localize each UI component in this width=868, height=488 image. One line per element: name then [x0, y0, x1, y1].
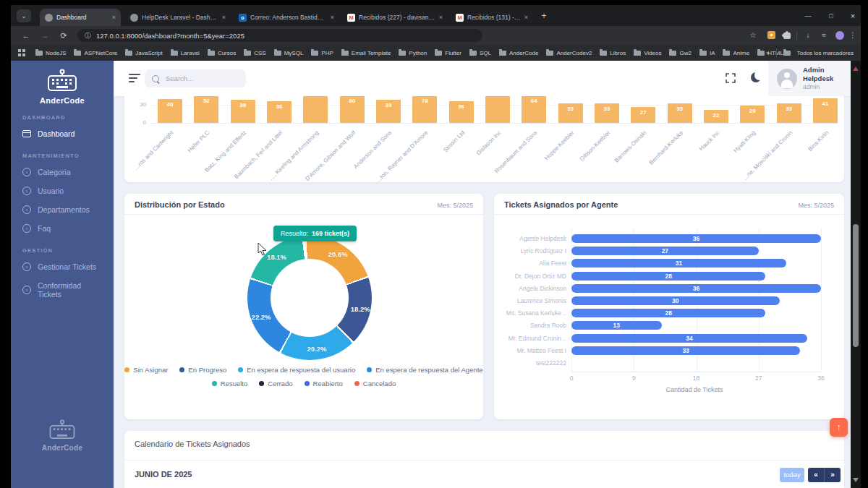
- bookmark-item[interactable]: AnderCodev2: [546, 50, 592, 56]
- tooltip-label: Resuelto:: [281, 230, 308, 237]
- bookmark-item[interactable]: Gw2: [669, 50, 691, 56]
- calendar-card-title: Calendario de Tickets Asignados: [135, 440, 250, 448]
- sidebar-item-conformidad-tickets[interactable]: ›Conformidad Tickets: [11, 276, 114, 304]
- bookmark-item[interactable]: NodeJS: [35, 50, 66, 56]
- reload-icon[interactable]: ⟳: [57, 30, 70, 41]
- apps-grid-icon[interactable]: [18, 49, 25, 56]
- folder-icon: [783, 51, 791, 56]
- browser-tab[interactable]: Dashboard×: [40, 9, 121, 26]
- legend-dot: [354, 381, 359, 386]
- new-tab-button[interactable]: +: [537, 10, 550, 23]
- folder-icon: [634, 51, 641, 56]
- sidebar-item-categoria[interactable]: ›Categoria: [11, 163, 114, 181]
- browser-tab[interactable]: MRecibidos (227) - davisanderso..×: [342, 9, 448, 26]
- tab-search-button[interactable]: ⌄: [17, 9, 31, 22]
- calendar-today-button[interactable]: today: [780, 468, 804, 482]
- browser-tab[interactable]: HelpDesk Laravel - Dashboard×: [125, 9, 231, 26]
- address-bar[interactable]: ⓘ 127.0.0.1:8000/dashboard?month=5&year=…: [77, 29, 482, 42]
- bookmark-label: AnderCode: [509, 50, 538, 56]
- user-menu[interactable]: Admin Helpdesk admin: [768, 61, 851, 96]
- bookmark-label: Laravel: [181, 50, 200, 56]
- bookmark-item[interactable]: Anime: [723, 50, 749, 56]
- bookmark-item[interactable]: ASPNetCore: [74, 50, 117, 56]
- legend-label: En Progreso: [188, 366, 226, 374]
- search-input[interactable]: [164, 74, 239, 83]
- tab-title: HelpDesk Laravel - Dashboard: [142, 14, 218, 21]
- bookmark-item[interactable]: IA: [699, 50, 715, 56]
- bookmark-item[interactable]: PHP: [311, 50, 333, 56]
- scroll-top-fab[interactable]: ↑: [830, 418, 848, 437]
- gmail-favicon-icon: M: [456, 14, 464, 22]
- extensions-puzzle-icon[interactable]: [783, 33, 791, 39]
- menu-dots-icon[interactable]: ⋮: [847, 30, 859, 41]
- bookmark-item[interactable]: Videos: [634, 50, 661, 56]
- page-scrollbar[interactable]: [851, 61, 861, 488]
- back-icon[interactable]: ←: [20, 30, 33, 41]
- search-box[interactable]: [145, 69, 246, 87]
- bookmark-item[interactable]: Cursos: [208, 50, 236, 56]
- keyboard-logo-icon: [48, 419, 77, 440]
- sidebar-item-faq[interactable]: ›Faq: [11, 219, 114, 238]
- tab-close-icon[interactable]: ×: [524, 14, 528, 21]
- folder-icon: [399, 51, 406, 56]
- agent-label: Lyric Rodriguez I: [494, 246, 566, 256]
- vpn-wave-icon[interactable]: ≈: [818, 30, 830, 41]
- window-minimize-button[interactable]: —: [799, 10, 817, 22]
- sidebar-item-dashboard[interactable]: Dashboard: [11, 124, 114, 143]
- browser-tab[interactable]: MRecibidos (131) - andercode87..×: [451, 9, 533, 26]
- bookmark-item[interactable]: MySQL: [274, 50, 304, 56]
- donut-percent-label: 22.2%: [245, 313, 277, 321]
- scrollbar-thumb[interactable]: [853, 224, 859, 347]
- browser-tab[interactable]: oCorreo: Anderson Bastidas - O..×: [234, 9, 339, 26]
- forward-icon[interactable]: →: [38, 30, 51, 41]
- bookmark-star-icon[interactable]: ☆: [747, 30, 759, 41]
- company-bar-value: 29: [740, 108, 765, 114]
- bookmark-item[interactable]: AnderCode: [499, 50, 538, 56]
- dark-mode-moon-icon[interactable]: [751, 72, 761, 82]
- folder-icon: [723, 51, 730, 56]
- gmail-favicon-icon: M: [347, 14, 355, 22]
- folder-icon: [669, 51, 676, 56]
- tab-close-icon[interactable]: ×: [331, 14, 334, 21]
- window-close-button[interactable]: ×: [843, 10, 861, 22]
- bookmarks-overflow-chevron[interactable]: »: [766, 50, 769, 56]
- bookmark-item[interactable]: JavaScript: [125, 50, 162, 56]
- tab-title: Recibidos (131) - andercode87..: [467, 14, 521, 21]
- extension-orange-icon[interactable]: [767, 31, 775, 39]
- profile-avatar-icon[interactable]: [835, 31, 844, 40]
- company-bar-value: 22: [704, 112, 728, 119]
- window-maximize-button[interactable]: □: [822, 10, 841, 22]
- sidebar-item-gestionar-tickets[interactable]: ›Gestionar Tickets: [11, 257, 114, 276]
- calendar-next-button[interactable]: »: [825, 468, 841, 482]
- site-info-icon[interactable]: ⓘ: [85, 31, 91, 40]
- all-bookmarks-label[interactable]: Todos los marcadores: [797, 50, 854, 56]
- fullscreen-icon[interactable]: [726, 73, 736, 83]
- axis-baseline: [150, 123, 838, 124]
- toolbar-divider: [796, 31, 797, 40]
- tab-close-icon[interactable]: ×: [112, 14, 116, 21]
- agent-label: Dr. Dejon Ortiz MD: [494, 271, 566, 281]
- bookmark-item[interactable]: Libros: [600, 50, 626, 56]
- company-bar-value: 33: [777, 106, 801, 112]
- downloads-icon[interactable]: ↓: [802, 30, 814, 41]
- gridline-vertical: [821, 228, 822, 372]
- bookmark-item[interactable]: CSS: [244, 50, 265, 56]
- scrollbar-down-arrow-icon[interactable]: [853, 478, 859, 482]
- bookmark-item[interactable]: Flutter: [435, 50, 461, 56]
- bookmark-item[interactable]: Python: [399, 50, 427, 56]
- sidebar-item-label: Categoria: [38, 168, 71, 176]
- tab-close-icon[interactable]: ×: [222, 14, 226, 21]
- legend-label: Resuelto: [221, 380, 248, 388]
- bookmark-item[interactable]: Laravel: [171, 50, 200, 56]
- circle-arrow-icon: ›: [22, 286, 31, 294]
- sidebar-item-usuario[interactable]: ›Usuario: [11, 181, 114, 200]
- hamburger-menu-icon[interactable]: [129, 74, 142, 83]
- bookmark-item[interactable]: Email Template: [341, 50, 391, 56]
- folder-icon: [600, 51, 607, 56]
- sidebar-item-departamentos[interactable]: ›Departamentos: [11, 200, 114, 219]
- bookmark-item[interactable]: SQL: [469, 50, 491, 56]
- tab-close-icon[interactable]: ×: [439, 14, 443, 21]
- calendar-prev-button[interactable]: «: [808, 468, 825, 482]
- scrollbar-up-arrow-icon[interactable]: [853, 67, 859, 71]
- agent-bar-value: 33: [571, 346, 800, 355]
